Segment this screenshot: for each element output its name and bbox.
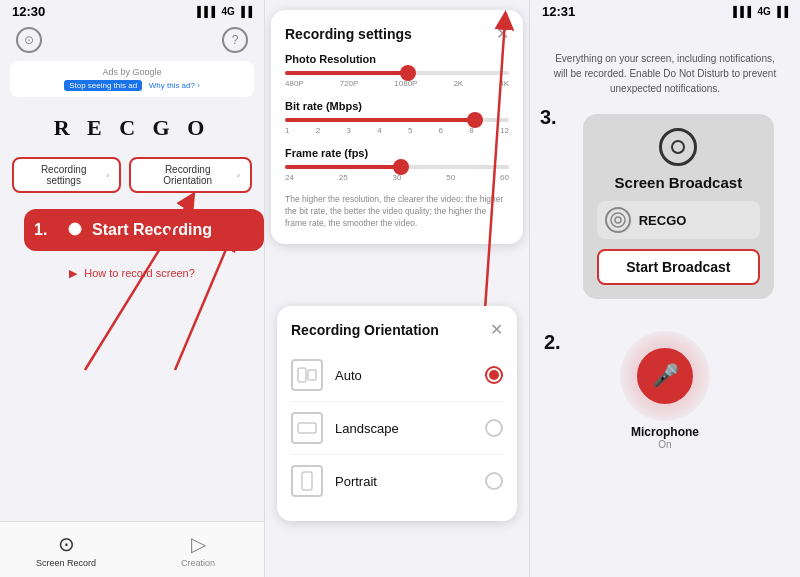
recording-orientation-modal: Recording Orientation ✕ Auto xyxy=(277,306,517,521)
auto-orient-label: Auto xyxy=(335,368,485,383)
frame-rate-section: Frame rate (fps) 2425305060 xyxy=(285,147,509,182)
start-broadcast-button[interactable]: Start Broadcast xyxy=(597,249,760,285)
photo-resolution-label: Photo Resolution xyxy=(285,53,509,65)
frame-rate-label: Frame rate (fps) xyxy=(285,147,509,159)
landscape-orient-icon xyxy=(291,412,323,444)
status-bar-3: 12:31 ▌▌▌ 4G ▐▐ xyxy=(530,0,800,23)
time-1: 12:30 xyxy=(12,4,45,19)
orient-auto-option[interactable]: Auto xyxy=(291,349,503,402)
recording-settings-button[interactable]: Recording settings › xyxy=(12,157,121,193)
modal-title-row: Recording settings ✕ xyxy=(285,24,509,43)
time-3: 12:31 xyxy=(542,4,575,19)
panel-3: 12:31 ▌▌▌ 4G ▐▐ Everything on your scree… xyxy=(530,0,800,577)
signal-icon: ▌▌▌ xyxy=(197,6,218,17)
microphone-button[interactable]: 🎤 xyxy=(637,348,693,404)
svg-point-9 xyxy=(611,213,625,227)
microphone-name-label: Microphone xyxy=(631,425,699,439)
screen-record-nav-icon: ⊙ xyxy=(58,532,75,556)
top-icons-row: ⊙ ? xyxy=(0,23,264,57)
photo-resolution-thumb[interactable] xyxy=(400,65,416,81)
landscape-orient-label: Landscape xyxy=(335,421,485,436)
microphone-icon: 🎤 xyxy=(652,363,679,389)
panel-2: Recording settings ✕ Photo Resolution 48… xyxy=(265,0,530,577)
settings-circle-icon[interactable]: ⊙ xyxy=(16,27,42,53)
nav-screen-record[interactable]: ⊙ Screen Record xyxy=(0,522,132,577)
status-icons-1: ▌▌▌ 4G ▐▐ xyxy=(197,6,252,17)
recgo-app-name: RECGO xyxy=(639,213,687,228)
battery-icon: ▐▐ xyxy=(238,6,252,17)
chevron-icon-2: › xyxy=(237,171,240,180)
orientation-title-row: Recording Orientation ✕ xyxy=(291,320,503,339)
start-recording-button[interactable]: 1. Start Recording xyxy=(24,209,264,251)
status-icons-3: ▌▌▌ 4G ▐▐ xyxy=(733,6,788,17)
svg-rect-8 xyxy=(302,472,312,490)
chevron-icon: › xyxy=(106,171,109,180)
battery-icon-3: ▐▐ xyxy=(774,6,788,17)
photo-resolution-labels: 480P720P1080P2K4K xyxy=(285,79,509,88)
mic-label-row: Microphone On xyxy=(631,425,699,450)
photo-resolution-fill xyxy=(285,71,408,75)
svg-line-2 xyxy=(175,240,230,370)
bit-rate-fill xyxy=(285,118,475,122)
how-to-record-link[interactable]: ▶ How to record screen? xyxy=(0,267,264,280)
auto-radio-dot xyxy=(489,370,499,380)
creation-nav-icon: ▷ xyxy=(191,532,206,556)
recgo-logo: R E C G O xyxy=(0,101,264,149)
screen-broadcast-title: Screen Broadcast xyxy=(597,174,760,191)
recording-hint-text: The higher the resolution, the clearer t… xyxy=(285,194,509,230)
auto-orient-icon xyxy=(291,359,323,391)
frame-rate-thumb[interactable] xyxy=(393,159,409,175)
photo-resolution-track[interactable] xyxy=(285,71,509,75)
svg-point-0 xyxy=(69,223,81,235)
panel-1: 12:30 ▌▌▌ 4G ▐▐ ⊙ ? Ads by Google Stop s… xyxy=(0,0,265,577)
rec-dot-icon xyxy=(68,222,82,239)
broadcast-icon-wrap xyxy=(597,128,760,166)
bit-rate-thumb[interactable] xyxy=(467,112,483,128)
ads-label: Ads by Google xyxy=(20,67,244,77)
landscape-radio[interactable] xyxy=(485,419,503,437)
svg-point-10 xyxy=(615,217,621,223)
step-3-number: 3. xyxy=(540,106,557,129)
recording-settings-title: Recording settings xyxy=(285,26,412,42)
portrait-orient-icon xyxy=(291,465,323,497)
nav-creation[interactable]: ▷ Creation xyxy=(132,522,264,577)
portrait-radio[interactable] xyxy=(485,472,503,490)
bottom-nav: ⊙ Screen Record ▷ Creation xyxy=(0,521,264,577)
signal-icon-3: ▌▌▌ xyxy=(733,6,754,17)
close-orientation-button[interactable]: ✕ xyxy=(490,320,503,339)
bit-rate-label: Bit rate (Mbps) xyxy=(285,100,509,112)
youtube-icon: ▶ xyxy=(69,267,77,279)
mic-glow: 🎤 xyxy=(620,331,710,421)
why-ads-link[interactable]: Why this ad? › xyxy=(149,81,200,90)
microphone-section: 🎤 Microphone On xyxy=(620,331,710,450)
broadcast-inner-icon xyxy=(671,140,685,154)
recgo-app-row: RECGO xyxy=(597,201,760,239)
recording-orientation-button[interactable]: Recording Orientation › xyxy=(129,157,252,193)
microphone-status-label: On xyxy=(631,439,699,450)
bit-rate-track[interactable] xyxy=(285,118,509,122)
network-badge-3: 4G xyxy=(757,6,770,17)
frame-rate-fill xyxy=(285,165,401,169)
close-recording-settings-button[interactable]: ✕ xyxy=(496,24,509,43)
help-circle-icon[interactable]: ? xyxy=(222,27,248,53)
stop-seeing-ads-button[interactable]: Stop seeing this ad xyxy=(64,80,142,91)
step-2-number: 2. xyxy=(544,331,561,354)
start-recording-label: Start Recording xyxy=(92,221,212,239)
recgo-app-icon xyxy=(605,207,631,233)
orient-portrait-option[interactable]: Portrait xyxy=(291,455,503,507)
network-badge: 4G xyxy=(221,6,234,17)
photo-resolution-section: Photo Resolution 480P720P1080P2K4K xyxy=(285,53,509,88)
step-1-label: 1. xyxy=(34,221,47,239)
orient-landscape-option[interactable]: Landscape xyxy=(291,402,503,455)
svg-rect-5 xyxy=(298,368,306,382)
portrait-orient-label: Portrait xyxy=(335,474,485,489)
auto-radio[interactable] xyxy=(485,366,503,384)
ad-banner: Ads by Google Stop seeing this ad Why th… xyxy=(10,61,254,97)
frame-rate-labels: 2425305060 xyxy=(285,173,509,182)
frame-rate-track[interactable] xyxy=(285,165,509,169)
bit-rate-section: Bit rate (Mbps) 123456812 xyxy=(285,100,509,135)
svg-rect-7 xyxy=(298,423,316,433)
broadcast-icon xyxy=(659,128,697,166)
status-bar-1: 12:30 ▌▌▌ 4G ▐▐ xyxy=(0,0,264,23)
svg-rect-6 xyxy=(308,370,316,380)
